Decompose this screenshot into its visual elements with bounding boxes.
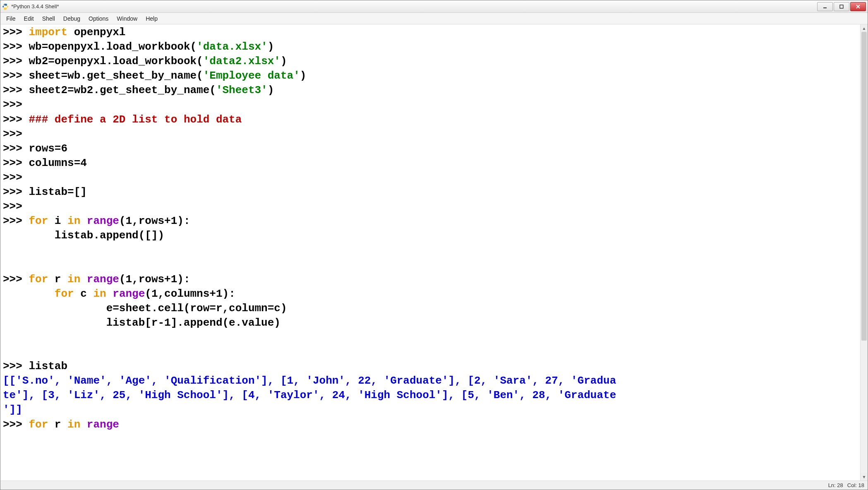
status-line: Ln: 28 (828, 482, 843, 488)
code-text: ) (281, 55, 287, 67)
menu-file[interactable]: File (2, 14, 20, 23)
code-text: (1,rows+1): (119, 215, 190, 227)
prompt: >>> (3, 55, 29, 67)
status-col: Col: 18 (847, 482, 864, 488)
prompt: >>> (3, 113, 29, 126)
code-text: sheet=wb.get_sheet_by_name( (29, 70, 203, 82)
code-text: listab[r-1].append(e.value) (3, 317, 281, 329)
keyword-in: in (93, 288, 106, 300)
app-window: *Python 3.4.4 Shell* File Edit Shell Deb… (0, 0, 868, 490)
window-title: *Python 3.4.4 Shell* (11, 3, 817, 10)
statusbar: Ln: 28 Col: 18 (0, 480, 868, 490)
prompt: >>> (3, 128, 29, 140)
code-text: (1,columns+1): (145, 288, 235, 300)
keyword-for: for (29, 215, 48, 227)
code-text: ) (268, 41, 274, 53)
scroll-up-arrow-icon[interactable]: ▲ (861, 24, 868, 32)
keyword-for: for (29, 418, 48, 431)
code-text: listab (29, 360, 67, 372)
output-line: ']] (3, 404, 22, 416)
scroll-down-arrow-icon[interactable]: ▼ (861, 473, 868, 480)
scroll-thumb[interactable] (861, 32, 867, 341)
prompt: >>> (3, 418, 29, 431)
comment: ### define a 2D list to hold data (29, 113, 242, 126)
prompt: >>> (3, 215, 29, 227)
menu-shell[interactable]: Shell (38, 14, 59, 23)
code-text: r (48, 418, 67, 431)
prompt: >>> (3, 273, 29, 286)
prompt: >>> (3, 26, 29, 38)
code-text: c (74, 288, 94, 300)
prompt: >>> (3, 186, 29, 198)
code-text: (1,rows+1): (119, 273, 190, 286)
titlebar[interactable]: *Python 3.4.4 Shell* (0, 0, 868, 13)
builtin-range: range (80, 418, 119, 431)
keyword-for: for (29, 273, 48, 286)
code-text: rows=6 (29, 142, 67, 155)
svg-rect-0 (823, 7, 827, 8)
code-text: columns=4 (29, 157, 86, 169)
string-literal: 'Employee data' (203, 70, 300, 82)
code-text: wb2=openpyxl.load_workbook( (29, 55, 203, 67)
menu-help[interactable]: Help (141, 14, 162, 23)
code-text: r (48, 273, 67, 286)
code-text: ) (300, 70, 307, 82)
editor-area: >>> import openpyxl >>> wb=openpyxl.load… (0, 24, 868, 480)
prompt: >>> (3, 41, 29, 53)
prompt: >>> (3, 70, 29, 82)
svg-rect-1 (840, 5, 843, 8)
prompt: >>> (3, 171, 29, 184)
maximize-button[interactable] (834, 2, 849, 11)
close-button[interactable] (850, 2, 866, 11)
keyword-import: import (29, 26, 67, 38)
minimize-button[interactable] (817, 2, 833, 11)
code-text: listab=[] (29, 186, 86, 198)
python-icon (2, 3, 9, 10)
prompt: >>> (3, 360, 29, 372)
code-text: e=sheet.cell(row=r,column=c) (3, 302, 287, 315)
keyword-in: in (67, 273, 80, 286)
string-literal: 'data.xlsx' (197, 41, 268, 53)
prompt: >>> (3, 157, 29, 169)
prompt: >>> (3, 98, 29, 111)
code-text: i (48, 215, 67, 227)
output-line: te'], [3, 'Liz', 25, 'High School'], [4,… (3, 389, 616, 401)
code-text: wb=openpyxl.load_workbook( (29, 41, 197, 53)
builtin-range: range (80, 215, 119, 227)
menu-debug[interactable]: Debug (59, 14, 84, 23)
scroll-track[interactable] (861, 32, 868, 473)
window-controls (817, 2, 866, 11)
keyword-in: in (67, 215, 80, 227)
builtin-range: range (106, 288, 145, 300)
output-line: [['S.no', 'Name', 'Age', 'Qualification'… (3, 375, 616, 387)
menubar: File Edit Shell Debug Options Window Hel… (0, 13, 868, 24)
keyword-in: in (67, 418, 80, 431)
string-literal: 'Sheet3' (216, 84, 268, 96)
vertical-scrollbar[interactable]: ▲ ▼ (860, 24, 868, 480)
code-text: listab.append([]) (3, 229, 164, 242)
code-text: ) (268, 84, 274, 96)
menu-window[interactable]: Window (113, 14, 141, 23)
string-literal: 'data2.xlsx' (203, 55, 281, 67)
menu-edit[interactable]: Edit (20, 14, 38, 23)
builtin-range: range (80, 273, 119, 286)
prompt: >>> (3, 200, 29, 213)
code-text (3, 288, 55, 300)
shell-text[interactable]: >>> import openpyxl >>> wb=openpyxl.load… (0, 24, 860, 480)
prompt: >>> (3, 84, 29, 96)
prompt: >>> (3, 142, 29, 155)
menu-options[interactable]: Options (84, 14, 113, 23)
code-text: openpyxl (67, 26, 125, 38)
code-text: sheet2=wb2.get_sheet_by_name( (29, 84, 216, 96)
keyword-for: for (55, 288, 74, 300)
